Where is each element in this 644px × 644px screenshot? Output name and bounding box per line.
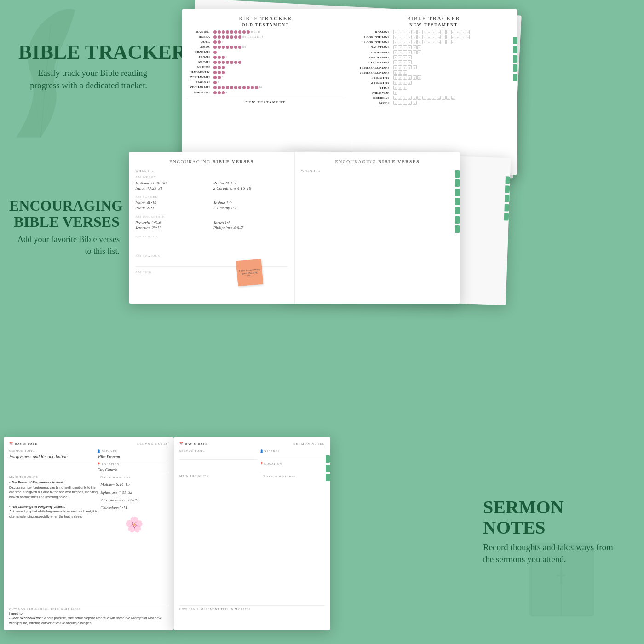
nt-dot: 1 xyxy=(393,75,397,80)
verse-ref: Philippians 4:6–7 xyxy=(213,225,288,230)
dot xyxy=(222,35,225,39)
dot xyxy=(218,91,221,94)
nt-book-galatians: GALATIANS xyxy=(355,46,391,49)
nt-dot: 4 xyxy=(408,45,412,49)
dot xyxy=(234,30,237,34)
nt-dot: 13 xyxy=(451,30,455,34)
dot xyxy=(218,71,221,74)
dot xyxy=(234,61,237,64)
implement-content: I need to: • Seek Reconciliation: Where … xyxy=(9,611,168,626)
speaker-label-blank: 👤 SPEAKER xyxy=(260,449,325,453)
nt-dot: 5 xyxy=(413,96,417,100)
tracker-row-amos: AMOS 8 9 xyxy=(186,45,345,49)
nt-dot: 3 xyxy=(403,75,407,80)
dot xyxy=(213,81,217,84)
tracker-ot-rows: DANIEL 10 11 12 HOSEA xyxy=(186,30,345,94)
main-content-row: MAIN THOUGHTS • The Power of Forgiveness… xyxy=(9,476,168,533)
nt-dot: 15 xyxy=(461,30,465,34)
key-scriptures-col: ☐ KEY SCRIPTURES Matthew 6:14–15 Ephesia… xyxy=(100,476,168,533)
nt-dot: 6 xyxy=(417,40,421,44)
nt-dot: 2 xyxy=(398,96,402,100)
nt-dot: 1 xyxy=(393,96,397,100)
verse-ref: James 1:5 xyxy=(213,220,288,225)
nt-dot: 1 xyxy=(393,101,397,105)
dot xyxy=(230,46,233,49)
dot xyxy=(251,86,254,89)
tracker-panel: BIBLE TRACKER OLD TESTAMENT DANIEL xyxy=(182,9,518,175)
nt-dot: 1 xyxy=(393,45,397,49)
when-i-label-right: WHEN I ... xyxy=(301,169,454,172)
nt-dot: 2 xyxy=(398,65,402,69)
dot xyxy=(242,86,246,89)
nt-dot: 6 xyxy=(417,30,421,34)
nt-row-philippians: PHILIPPIANS 1 2 3 4 xyxy=(355,55,513,59)
speaker-col: 👤 SPEAKER Mike Brontan 📍 LOCATION City C… xyxy=(97,449,168,473)
nt-book-romans: ROMANS xyxy=(355,30,391,34)
sermon-page-blank: 📅 DAY & DATE SERMON NOTES SERMON TOPIC 👤… xyxy=(174,437,330,630)
implement-intro: I need to: xyxy=(9,612,23,615)
main-thoughts-blank: MAIN THOUGHTS xyxy=(179,475,260,563)
nt-dots-2tim: 1 2 3 4 xyxy=(393,80,412,85)
main-content-blank: MAIN THOUGHTS ☐ KEY SCRIPTURES xyxy=(179,475,325,563)
book-name-nahum: NAHUM xyxy=(186,65,212,69)
bible-tracker-section-label: BIBLE TRACKER Easily track your Bible re… xyxy=(18,41,186,92)
dot xyxy=(238,86,242,89)
book-name-haggai: HAGGAI xyxy=(186,80,212,84)
verse-ref: 2 Corinthians 4:16–18 xyxy=(213,186,288,190)
nt-dot: 5 xyxy=(413,101,417,105)
nt-row-galatians: GALATIANS 1 2 3 4 5 6 xyxy=(355,45,513,49)
sermon-top-bar: 📅 DAY & DATE SERMON NOTES xyxy=(9,442,168,447)
nt-book-2thess: 2 THESSALONIANS xyxy=(355,71,391,75)
tab-marker xyxy=(455,189,460,196)
nt-dot: 3 xyxy=(403,86,407,90)
calendar-icon: 📅 xyxy=(9,442,13,445)
nt-dot: 3 xyxy=(403,50,407,54)
tracker-new-testament-page: BIBLE TRACKER NEW TESTAMENT ROMANS 1 2 3… xyxy=(350,9,518,175)
tab-marker xyxy=(455,225,460,233)
speaker-col-blank: 👤 SPEAKER 📍 LOCATION xyxy=(260,449,325,472)
nt-row-romans: ROMANS 1 2 3 4 5 6 7 8 9 10 11 12 13 14 … xyxy=(355,30,513,34)
nt-dot: 1 xyxy=(393,70,397,75)
verses-tab-markers xyxy=(455,170,460,233)
tracker-row-habakkuk: HABAKKUK xyxy=(186,70,345,74)
thought-text-2: Acknowledging that while forgiveness is … xyxy=(9,510,98,518)
nt-dot: 1 xyxy=(393,80,397,85)
nt-dot: 5 xyxy=(413,40,417,44)
sermon-title: SERMONNOTES xyxy=(483,497,621,538)
nt-dot: 5 xyxy=(413,50,417,54)
dot xyxy=(213,51,217,54)
dots-malachi: 4 xyxy=(213,91,227,94)
section-weary-title: AM WEARY xyxy=(135,175,288,179)
section-anxious-title: AM ANXIOUS xyxy=(135,254,288,258)
nt-dot: 3 xyxy=(403,35,407,39)
bible-tracker-title: BIBLE TRACKER xyxy=(18,41,186,63)
verses-section-weary: AM WEARY Matthew 11:28–30 Psalm 23:1–3 I… xyxy=(135,175,288,190)
dot xyxy=(230,30,233,34)
dot xyxy=(218,35,221,39)
tab-marker xyxy=(326,474,330,481)
nt-dot: 8 xyxy=(427,96,431,100)
nt-dot: 3 xyxy=(403,65,407,69)
nt-dot: 9 xyxy=(432,96,436,100)
nt-book-james: JAMES xyxy=(355,101,391,105)
nt-dots-romans: 1 2 3 4 5 6 7 8 9 10 11 12 13 14 15 16 xyxy=(393,30,470,34)
dots-zephaniah: 3 xyxy=(213,76,223,79)
dot xyxy=(238,61,242,64)
nt-dot: 3 xyxy=(403,45,407,49)
sermon-day-date-blank: 📅 DAY & DATE xyxy=(179,442,208,445)
nt-dot: 1 xyxy=(393,60,397,64)
book-name-malachi: MALACHI xyxy=(186,91,212,94)
nt-dot: 2 xyxy=(398,80,402,85)
when-i-label-left: WHEN I ... xyxy=(135,169,288,172)
nt-dot: 2 xyxy=(398,75,402,80)
sticky-note-text: There is something great awaiting me... xyxy=(238,267,260,277)
tracker-row-zephaniah: ZEPHANIAH 3 xyxy=(186,75,345,79)
verse-ref: Psalm 27:1 xyxy=(135,206,210,210)
dot xyxy=(222,56,225,59)
tab-marker xyxy=(513,37,518,44)
nt-dot: 1 xyxy=(393,30,397,34)
nt-dot: 5 xyxy=(413,30,417,34)
dot xyxy=(213,71,217,74)
section-uncertain-title: AM UNCERTAIN xyxy=(135,215,288,218)
verse-ref: Proverbs 3:5–6 xyxy=(135,220,210,225)
